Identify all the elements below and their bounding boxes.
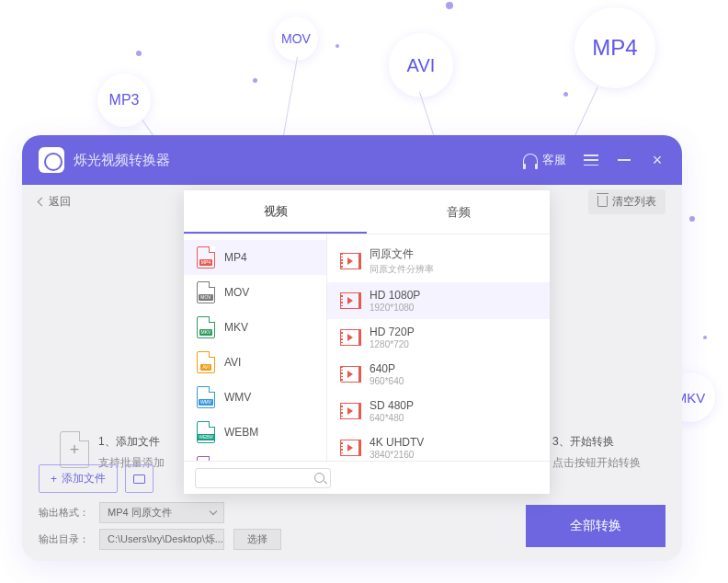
format-label: MP4 (224, 251, 247, 264)
search-input[interactable] (195, 468, 331, 488)
titlebar: 烁光视频转换器 客服 × (22, 135, 682, 185)
resolution-item[interactable]: SD 480P640*480 (327, 393, 550, 429)
back-button[interactable]: 返回 (39, 194, 71, 210)
clear-list-label: 清空列表 (612, 194, 656, 210)
resolution-item[interactable]: HD 720P1280*720 (327, 319, 550, 356)
decor-dot (336, 44, 339, 48)
chevron-left-icon (38, 197, 47, 206)
dropdown-value: MP4 同原文件 (108, 506, 172, 520)
format-item[interactable]: AVIAVI (184, 345, 326, 380)
resolution-title: HD 1080P (370, 289, 420, 302)
format-label: WMV (224, 391, 251, 404)
resolution-sub: 3840*2160 (370, 450, 424, 460)
file-format-icon: MP4 (197, 246, 215, 269)
add-file-box-icon[interactable]: + (60, 431, 89, 468)
trash-icon (597, 196, 608, 207)
close-icon: × (653, 152, 663, 168)
format-bubble-avi: AVI (389, 33, 453, 97)
tabs: 视频 音频 (184, 190, 550, 234)
resolution-title: HD 720P (370, 326, 415, 338)
menu-button[interactable] (583, 152, 599, 168)
panes: MP4MP4MOVMOVMKVMKVAVIAVIWMVWMVWEBMWEBMFL… (184, 234, 550, 461)
select-dir-button[interactable]: 选择 (233, 529, 281, 550)
output-dir-label: 输出目录： (39, 532, 90, 546)
decor-dot (563, 92, 568, 97)
resolution-title: 640P (370, 362, 404, 375)
output-format-label: 输出格式： (39, 506, 90, 520)
resolution-sub: 同原文件分辨率 (370, 263, 434, 276)
tab-video[interactable]: 视频 (184, 190, 367, 234)
format-item[interactable]: WEBMWEBM (184, 415, 326, 450)
decor-dot (136, 51, 142, 56)
film-icon (340, 292, 360, 309)
bubble-label: MOV (281, 31, 311, 46)
customer-service-label: 客服 (542, 152, 566, 168)
close-button[interactable]: × (649, 152, 665, 168)
search-icon (314, 473, 324, 483)
resolution-item[interactable]: 同原文件同原文件分辨率 (327, 240, 550, 282)
format-item[interactable]: MP4MP4 (184, 240, 326, 275)
format-popup: 视频 音频 MP4MP4MOVMOVMKVMKVAVIAVIWMVWMVWEBM… (184, 190, 550, 494)
format-label: WEBM (224, 426, 258, 439)
format-label: MOV (224, 286, 249, 299)
decor-dot (446, 2, 453, 9)
format-list[interactable]: MP4MP4MOVMOVMKVMKVAVIAVIWMVWMVWEBMWEBMFL… (184, 234, 327, 461)
menu-icon (584, 154, 598, 166)
format-item[interactable]: MOVMOV (184, 275, 326, 310)
back-label: 返回 (49, 194, 71, 210)
format-bubble-mp4: MP4 (574, 7, 655, 88)
search-row (184, 461, 550, 494)
resolution-title: SD 480P (370, 399, 414, 412)
output-format-dropdown[interactable]: MP4 同原文件 (99, 502, 224, 523)
app-icon (39, 147, 64, 173)
app-title: 烁光视频转换器 (74, 152, 523, 169)
resolution-list[interactable]: 同原文件同原文件分辨率HD 1080P1920*1080HD 720P1280*… (327, 234, 550, 461)
file-format-icon: FLV (197, 456, 215, 461)
resolution-item[interactable]: 4K UHDTV3840*2160 (327, 429, 550, 461)
chevron-down-icon (210, 508, 217, 515)
tab-audio[interactable]: 音频 (367, 190, 550, 234)
minimize-button[interactable] (616, 152, 632, 168)
customer-service-button[interactable]: 客服 (523, 152, 566, 168)
file-format-icon: WMV (197, 386, 215, 408)
bubble-label: AVI (407, 55, 436, 76)
add-file-button[interactable]: + 添加文件 (39, 464, 118, 493)
resolution-sub: 1920*1080 (370, 303, 420, 313)
clear-list-button[interactable]: 清空列表 (588, 189, 665, 214)
film-icon (340, 440, 360, 456)
format-item[interactable]: WMVWMV (184, 380, 326, 415)
decor-dot (703, 336, 707, 339)
bubble-label: MP4 (592, 35, 637, 61)
output-dir-path: C:\Users\lxy\Desktop\烁... (99, 529, 224, 550)
headset-icon (523, 154, 538, 166)
resolution-item[interactable]: 640P960*640 (327, 356, 550, 393)
file-format-icon: MKV (197, 316, 215, 338)
add-folder-button[interactable] (125, 464, 154, 493)
add-file-label: 添加文件 (62, 471, 106, 486)
format-label: MKV (224, 321, 248, 334)
file-format-icon: MOV (197, 281, 215, 303)
resolution-sub: 640*480 (370, 413, 414, 423)
format-item[interactable]: MKVMKV (184, 310, 326, 345)
step-title: 1、添加文件 (98, 434, 165, 450)
minimize-icon (618, 159, 631, 161)
resolution-item[interactable]: HD 1080P1920*1080 (327, 282, 550, 319)
film-icon (340, 329, 360, 346)
resolution-sub: 960*640 (370, 376, 404, 386)
step-title: 3、开始转换 (552, 434, 641, 450)
file-format-icon: WEBM (197, 421, 215, 443)
folder-icon (133, 474, 145, 484)
format-item[interactable]: FLVFLV (184, 450, 326, 461)
bubble-label: MP3 (109, 92, 140, 109)
convert-all-button[interactable]: 全部转换 (526, 505, 665, 547)
decor-dot (253, 78, 257, 83)
decor-line (281, 57, 298, 146)
format-bubble-mov: MOV (274, 17, 318, 61)
titlebar-actions: 客服 × (523, 152, 665, 168)
format-label: AVI (224, 356, 241, 369)
resolution-sub: 1280*720 (370, 339, 415, 349)
resolution-title: 4K UHDTV (370, 436, 424, 449)
film-icon (340, 366, 360, 383)
resolution-title: 同原文件 (370, 246, 434, 262)
film-icon (340, 403, 360, 419)
